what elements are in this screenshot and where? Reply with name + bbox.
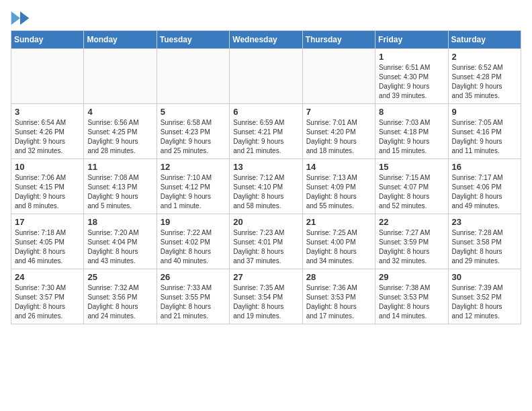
day-number: 4 — [87, 107, 152, 117]
column-header-tuesday: Tuesday — [157, 31, 229, 49]
day-cell: 21Sunrise: 7:25 AM Sunset: 4:00 PM Dayli… — [302, 214, 375, 269]
day-number: 7 — [306, 107, 371, 117]
day-number: 26 — [161, 272, 226, 282]
day-cell: 24Sunrise: 7:30 AM Sunset: 3:57 PM Dayli… — [11, 269, 84, 324]
day-cell: 4Sunrise: 6:56 AM Sunset: 4:25 PM Daylig… — [84, 104, 157, 159]
day-info: Sunrise: 7:22 AM Sunset: 4:02 PM Dayligh… — [161, 228, 226, 266]
day-cell: 15Sunrise: 7:15 AM Sunset: 4:07 PM Dayli… — [375, 159, 448, 214]
day-cell: 6Sunrise: 6:59 AM Sunset: 4:21 PM Daylig… — [230, 104, 302, 159]
column-header-monday: Monday — [84, 31, 157, 49]
day-cell: 28Sunrise: 7:36 AM Sunset: 3:53 PM Dayli… — [302, 269, 375, 324]
day-cell: 20Sunrise: 7:23 AM Sunset: 4:01 PM Dayli… — [230, 214, 302, 269]
day-cell: 12Sunrise: 7:10 AM Sunset: 4:12 PM Dayli… — [157, 159, 229, 214]
day-number: 5 — [161, 107, 226, 117]
day-cell: 16Sunrise: 7:17 AM Sunset: 4:06 PM Dayli… — [448, 159, 521, 214]
day-info: Sunrise: 6:56 AM Sunset: 4:25 PM Dayligh… — [87, 118, 152, 156]
svg-marker-0 — [20, 11, 29, 25]
day-cell: 23Sunrise: 7:28 AM Sunset: 3:58 PM Dayli… — [448, 214, 521, 269]
day-info: Sunrise: 7:13 AM Sunset: 4:09 PM Dayligh… — [306, 173, 371, 211]
logo-icon — [11, 11, 30, 25]
day-cell: 7Sunrise: 7:01 AM Sunset: 4:20 PM Daylig… — [302, 104, 375, 159]
day-number: 14 — [306, 162, 371, 172]
day-number: 22 — [379, 217, 444, 227]
column-header-thursday: Thursday — [302, 31, 375, 49]
day-cell: 17Sunrise: 7:18 AM Sunset: 4:05 PM Dayli… — [11, 214, 84, 269]
day-cell: 2Sunrise: 6:52 AM Sunset: 4:28 PM Daylig… — [448, 49, 521, 104]
day-cell: 11Sunrise: 7:08 AM Sunset: 4:13 PM Dayli… — [84, 159, 157, 214]
day-info: Sunrise: 6:54 AM Sunset: 4:26 PM Dayligh… — [15, 118, 80, 156]
day-number: 13 — [233, 162, 298, 172]
day-number: 23 — [452, 217, 517, 227]
day-info: Sunrise: 7:35 AM Sunset: 3:54 PM Dayligh… — [233, 283, 298, 321]
day-cell: 27Sunrise: 7:35 AM Sunset: 3:54 PM Dayli… — [230, 269, 302, 324]
day-info: Sunrise: 6:51 AM Sunset: 4:30 PM Dayligh… — [379, 63, 444, 101]
day-number: 18 — [87, 217, 152, 227]
day-cell — [302, 49, 375, 104]
day-cell: 26Sunrise: 7:33 AM Sunset: 3:55 PM Dayli… — [157, 269, 229, 324]
day-cell: 3Sunrise: 6:54 AM Sunset: 4:26 PM Daylig… — [11, 104, 84, 159]
day-info: Sunrise: 7:33 AM Sunset: 3:55 PM Dayligh… — [161, 283, 226, 321]
day-info: Sunrise: 7:38 AM Sunset: 3:53 PM Dayligh… — [379, 283, 444, 321]
day-info: Sunrise: 7:28 AM Sunset: 3:58 PM Dayligh… — [452, 228, 517, 266]
day-info: Sunrise: 7:10 AM Sunset: 4:12 PM Dayligh… — [161, 173, 226, 211]
day-number: 27 — [233, 272, 298, 282]
day-info: Sunrise: 7:36 AM Sunset: 3:53 PM Dayligh… — [306, 283, 371, 321]
day-info: Sunrise: 7:30 AM Sunset: 3:57 PM Dayligh… — [15, 283, 80, 321]
day-info: Sunrise: 7:08 AM Sunset: 4:13 PM Dayligh… — [87, 173, 152, 211]
logo — [11, 11, 32, 25]
day-number: 17 — [15, 217, 80, 227]
column-header-saturday: Saturday — [448, 31, 521, 49]
day-cell: 10Sunrise: 7:06 AM Sunset: 4:15 PM Dayli… — [11, 159, 84, 214]
day-cell — [157, 49, 229, 104]
day-cell: 30Sunrise: 7:39 AM Sunset: 3:52 PM Dayli… — [448, 269, 521, 324]
week-row-2: 3Sunrise: 6:54 AM Sunset: 4:26 PM Daylig… — [11, 104, 521, 159]
day-info: Sunrise: 7:15 AM Sunset: 4:07 PM Dayligh… — [379, 173, 444, 211]
day-number: 10 — [15, 162, 80, 172]
day-cell: 14Sunrise: 7:13 AM Sunset: 4:09 PM Dayli… — [302, 159, 375, 214]
day-cell: 22Sunrise: 7:27 AM Sunset: 3:59 PM Dayli… — [375, 214, 448, 269]
day-info: Sunrise: 6:52 AM Sunset: 4:28 PM Dayligh… — [452, 63, 517, 101]
day-info: Sunrise: 7:17 AM Sunset: 4:06 PM Dayligh… — [452, 173, 517, 211]
day-number: 1 — [379, 52, 444, 62]
column-header-friday: Friday — [375, 31, 448, 49]
day-info: Sunrise: 7:20 AM Sunset: 4:04 PM Dayligh… — [87, 228, 152, 266]
day-cell: 29Sunrise: 7:38 AM Sunset: 3:53 PM Dayli… — [375, 269, 448, 324]
day-number: 19 — [161, 217, 226, 227]
day-number: 6 — [233, 107, 298, 117]
day-number: 9 — [452, 107, 517, 117]
day-info: Sunrise: 7:18 AM Sunset: 4:05 PM Dayligh… — [15, 228, 80, 266]
day-number: 29 — [379, 272, 444, 282]
day-number: 28 — [306, 272, 371, 282]
day-info: Sunrise: 7:01 AM Sunset: 4:20 PM Dayligh… — [306, 118, 371, 156]
week-row-4: 17Sunrise: 7:18 AM Sunset: 4:05 PM Dayli… — [11, 214, 521, 269]
day-info: Sunrise: 7:03 AM Sunset: 4:18 PM Dayligh… — [379, 118, 444, 156]
day-number: 25 — [87, 272, 152, 282]
svg-marker-1 — [11, 11, 20, 25]
day-cell — [11, 49, 84, 104]
calendar-table: SundayMondayTuesdayWednesdayThursdayFrid… — [11, 30, 521, 324]
day-cell: 9Sunrise: 7:05 AM Sunset: 4:16 PM Daylig… — [448, 104, 521, 159]
day-cell: 18Sunrise: 7:20 AM Sunset: 4:04 PM Dayli… — [84, 214, 157, 269]
day-number: 21 — [306, 217, 371, 227]
day-number: 11 — [87, 162, 152, 172]
day-cell: 1Sunrise: 6:51 AM Sunset: 4:30 PM Daylig… — [375, 49, 448, 104]
day-number: 15 — [379, 162, 444, 172]
day-info: Sunrise: 7:05 AM Sunset: 4:16 PM Dayligh… — [452, 118, 517, 156]
day-info: Sunrise: 7:25 AM Sunset: 4:00 PM Dayligh… — [306, 228, 371, 266]
day-cell: 13Sunrise: 7:12 AM Sunset: 4:10 PM Dayli… — [230, 159, 302, 214]
day-cell: 25Sunrise: 7:32 AM Sunset: 3:56 PM Dayli… — [84, 269, 157, 324]
day-cell — [230, 49, 302, 104]
day-info: Sunrise: 7:12 AM Sunset: 4:10 PM Dayligh… — [233, 173, 298, 211]
day-info: Sunrise: 6:58 AM Sunset: 4:23 PM Dayligh… — [161, 118, 226, 156]
day-info: Sunrise: 7:27 AM Sunset: 3:59 PM Dayligh… — [379, 228, 444, 266]
day-number: 8 — [379, 107, 444, 117]
day-cell: 5Sunrise: 6:58 AM Sunset: 4:23 PM Daylig… — [157, 104, 229, 159]
day-cell: 8Sunrise: 7:03 AM Sunset: 4:18 PM Daylig… — [375, 104, 448, 159]
day-info: Sunrise: 7:06 AM Sunset: 4:15 PM Dayligh… — [15, 173, 80, 211]
day-number: 12 — [161, 162, 226, 172]
day-info: Sunrise: 7:23 AM Sunset: 4:01 PM Dayligh… — [233, 228, 298, 266]
day-number: 20 — [233, 217, 298, 227]
week-row-5: 24Sunrise: 7:30 AM Sunset: 3:57 PM Dayli… — [11, 269, 521, 324]
day-number: 24 — [15, 272, 80, 282]
day-number: 16 — [452, 162, 517, 172]
